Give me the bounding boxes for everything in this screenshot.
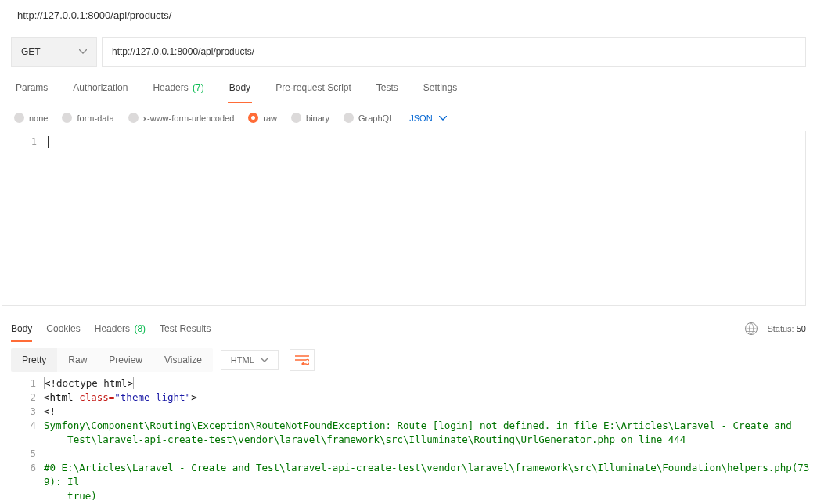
tab-headers[interactable]: Headers (7)	[151, 73, 205, 103]
tab-authorization[interactable]: Authorization	[71, 73, 129, 103]
status-label: Status:	[767, 324, 794, 333]
radio-raw[interactable]: raw	[248, 113, 277, 123]
tab-body[interactable]: Body	[228, 73, 252, 103]
request-title: http://127.0.0.1:8000/api/products/	[0, 0, 817, 31]
view-preview[interactable]: Preview	[98, 348, 153, 372]
radio-urlencoded[interactable]: x-www-form-urlencoded	[128, 113, 235, 123]
resp-tab-cookies[interactable]: Cookies	[46, 315, 80, 342]
url-input[interactable]	[102, 37, 806, 67]
status-value: 50	[797, 324, 806, 333]
wrap-lines-button[interactable]	[290, 349, 315, 371]
globe-icon[interactable]	[745, 322, 758, 335]
chevron-down-icon	[79, 49, 87, 54]
method-label: GET	[21, 46, 41, 57]
radio-form-data[interactable]: form-data	[62, 113, 113, 123]
view-pretty[interactable]: Pretty	[11, 348, 57, 372]
radio-none[interactable]: none	[14, 113, 48, 123]
method-dropdown[interactable]: GET	[11, 37, 97, 67]
resp-tab-test-results[interactable]: Test Results	[160, 315, 211, 342]
resp-headers-count: (8)	[134, 323, 146, 334]
view-visualize[interactable]: Visualize	[153, 348, 213, 372]
request-body-editor[interactable]: 1	[2, 131, 806, 306]
response-tabs: Body Cookies Headers (8) Test Results	[11, 315, 211, 342]
chevron-down-icon	[261, 358, 268, 362]
body-lang-select[interactable]: JSON	[409, 113, 446, 123]
response-status: Status: 50	[745, 322, 806, 335]
request-tabs: Params Authorization Headers (7) Body Pr…	[0, 73, 817, 103]
editor-content[interactable]	[45, 131, 805, 305]
resp-tab-body[interactable]: Body	[11, 315, 32, 342]
tab-settings[interactable]: Settings	[422, 73, 459, 103]
radio-binary[interactable]: binary	[291, 113, 329, 123]
tab-tests[interactable]: Tests	[375, 73, 400, 103]
chevron-down-icon	[439, 116, 447, 121]
radio-graphql[interactable]: GraphQL	[344, 113, 394, 123]
headers-count: (7)	[193, 82, 204, 93]
editor-gutter: 1	[2, 131, 45, 305]
response-format-dropdown[interactable]: HTML	[221, 350, 279, 370]
response-body-editor[interactable]: 1<!doctype html> 2<html class="theme-lig…	[2, 376, 817, 503]
response-bar: Body Cookies Headers (8) Test Results St…	[0, 312, 817, 344]
wrap-icon	[295, 355, 309, 365]
request-line: GET	[0, 31, 817, 73]
view-controls: Pretty Raw Preview Visualize HTML	[0, 344, 817, 376]
tab-params[interactable]: Params	[14, 73, 49, 103]
view-segment: Pretty Raw Preview Visualize	[11, 348, 213, 372]
body-type-row: none form-data x-www-form-urlencoded raw…	[0, 105, 817, 131]
view-raw[interactable]: Raw	[57, 348, 98, 372]
resp-tab-headers[interactable]: Headers (8)	[95, 315, 146, 342]
tab-pre-request[interactable]: Pre-request Script	[274, 73, 353, 103]
